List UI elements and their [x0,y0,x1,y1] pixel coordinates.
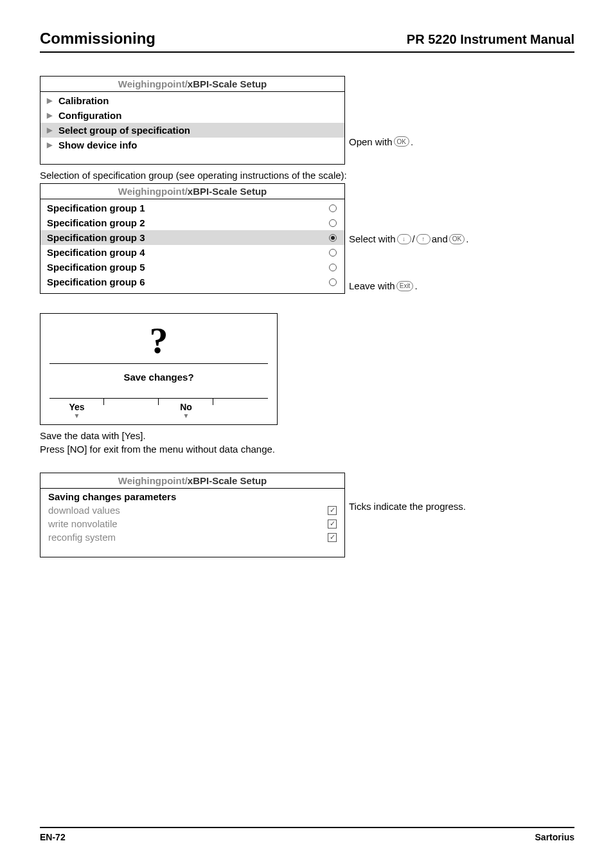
radio-icon [329,219,337,227]
panel-spec-groups: Weighingpoint/xBPI-Scale Setup Specifica… [40,183,345,294]
annot-text: . [466,233,468,244]
menu-item-configuration[interactable]: ▶ Configuration [40,108,344,123]
paragraph: Press [NO] for exit from the menu withou… [40,444,574,455]
triangle-down-icon: ▼ [159,412,213,419]
button-label: Yes [49,402,104,412]
panel-title: Weighingpoint/xBPI-Scale Setup [40,473,344,489]
save-dialog: ? Save changes? Yes ▼ No ▼ [40,313,278,425]
radio-icon [329,234,337,242]
radio-row-spec2[interactable]: Specification group 2 [40,215,344,230]
question-mark-icon: ? [49,319,268,364]
annot-text: Open with [349,136,393,147]
menu-label: Show device info [58,140,339,150]
title-prefix: Weighingpoint/ [118,475,188,486]
page-number: EN-72 [40,832,66,842]
radio-label: Specification group 1 [47,203,329,213]
progress-heading: Saving changes parameters [40,490,344,503]
annot-text: Leave with [349,280,395,291]
menu-label: Calibration [58,95,339,106]
annotation-open: Open with OK . [349,136,413,147]
dialog-spacer [213,399,268,420]
heading-text: Saving changes parameters [48,491,176,502]
radio-row-spec6[interactable]: Specification group 6 [40,275,344,289]
triangle-right-icon: ▶ [47,141,55,149]
radio-row-spec4[interactable]: Specification group 4 [40,245,344,260]
radio-icon [329,264,337,271]
annot-text: . [411,136,413,147]
header-left: Commissioning [40,30,155,48]
progress-label: download values [48,505,120,516]
annot-text: Select with [349,233,396,244]
radio-label: Specification group 2 [47,217,329,228]
page-footer: EN-72 Sartorius [40,827,574,842]
annotation-select: Select with ↓/↑ and OK . [349,233,468,244]
up-key-icon: ↑ [416,234,431,244]
progress-item: reconfig system ✓ [40,530,344,544]
dialog-spacer [104,399,159,420]
radio-row-spec3[interactable]: Specification group 3 [40,230,344,245]
progress-item: write nonvolatile ✓ [40,517,344,530]
annotation-leave: Leave with Exit . [349,280,468,291]
annot-text: and [432,233,448,244]
ok-key-icon: OK [449,234,465,244]
panel-title: Weighingpoint/xBPI-Scale Setup [40,184,344,199]
menu-item-show-device-info[interactable]: ▶ Show device info [40,138,344,152]
down-key-icon: ↓ [397,234,411,244]
triangle-right-icon: ▶ [47,126,55,134]
title-prefix: Weighingpoint/ [118,186,188,197]
triangle-right-icon: ▶ [47,111,55,120]
progress-label: reconfig system [48,532,116,543]
menu-label: Select group of specification [58,125,339,136]
title-main: xBPI-Scale Setup [188,475,267,486]
panel-menu-1: Weighingpoint/xBPI-Scale Setup ▶ Calibra… [40,76,345,165]
triangle-down-icon: ▼ [49,412,104,419]
radio-label: Specification group 4 [47,247,329,258]
panel-title: Weighingpoint/xBPI-Scale Setup [40,77,344,92]
progress-item: download values ✓ [40,503,344,517]
exit-key-icon: Exit [396,281,414,291]
radio-icon [329,249,337,257]
radio-label: Specification group 5 [47,262,329,273]
annotation-ticks: Ticks indicate the progress. [349,501,466,512]
paragraph: Save the data with [Yes]. [40,430,574,441]
paragraph: Selection of specification group (see op… [40,170,574,181]
radio-icon [329,204,337,212]
menu-item-calibration[interactable]: ▶ Calibration [40,93,344,108]
radio-label: Specification group 6 [47,276,329,287]
title-main: xBPI-Scale Setup [188,186,267,197]
checkbox-icon: ✓ [328,506,337,515]
ok-key-icon: OK [394,136,409,147]
triangle-right-icon: ▶ [47,96,55,105]
radio-icon [329,278,337,286]
dialog-prompt: Save changes? [49,364,268,399]
checkbox-icon: ✓ [328,520,337,529]
brand-name: Sartorius [535,832,574,842]
checkbox-icon: ✓ [328,533,337,542]
panel-progress: Weighingpoint/xBPI-Scale Setup Saving ch… [40,473,345,557]
radio-row-spec5[interactable]: Specification group 5 [40,260,344,275]
radio-label: Specification group 3 [47,232,329,243]
dialog-no-button[interactable]: No ▼ [159,399,213,420]
header-right: PR 5220 Instrument Manual [407,32,574,47]
progress-label: write nonvolatile [48,518,118,529]
menu-item-select-group[interactable]: ▶ Select group of specification [40,123,344,138]
button-label: No [159,402,213,412]
dialog-yes-button[interactable]: Yes ▼ [49,399,104,420]
title-main: xBPI-Scale Setup [188,78,267,89]
menu-label: Configuration [58,110,339,121]
page-header: Commissioning PR 5220 Instrument Manual [40,30,574,53]
annot-text: . [414,280,417,291]
title-prefix: Weighingpoint/ [118,78,188,89]
radio-row-spec1[interactable]: Specification group 1 [40,201,344,215]
